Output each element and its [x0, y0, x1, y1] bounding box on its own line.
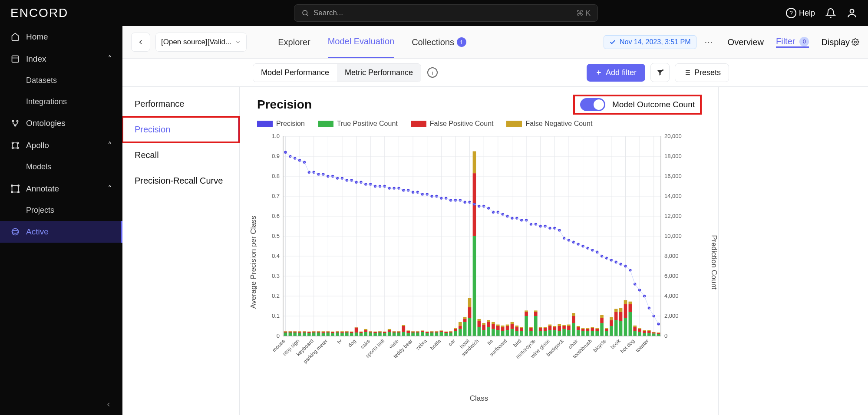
svg-rect-161 — [388, 330, 391, 332]
svg-rect-277 — [572, 323, 575, 336]
svg-rect-202 — [454, 331, 457, 336]
svg-rect-157 — [383, 333, 386, 336]
svg-rect-330 — [652, 332, 656, 333]
tab-display[interactable]: Display — [821, 37, 859, 47]
svg-text:4,000: 4,000 — [664, 293, 679, 299]
collections-badge: 1 — [457, 37, 466, 47]
svg-rect-167 — [397, 332, 401, 333]
sidebar-item-index[interactable]: Index ˄ — [0, 48, 122, 70]
svg-rect-331 — [657, 334, 660, 336]
svg-text:16,000: 16,000 — [664, 173, 682, 179]
model-outcome-count-toggle[interactable] — [580, 98, 605, 111]
chevron-up-icon: ˄ — [108, 184, 112, 194]
sidebar-item-integrations[interactable]: Integrations — [0, 91, 122, 112]
svg-rect-323 — [643, 331, 646, 333]
tab-overview[interactable]: Overview — [728, 37, 764, 47]
svg-rect-145 — [364, 332, 368, 336]
sidebar-item-datasets[interactable]: Datasets — [0, 70, 122, 91]
svg-text:0.1: 0.1 — [272, 313, 280, 319]
svg-rect-288 — [586, 328, 590, 329]
sidebar-item-ontologies[interactable]: Ontologies — [0, 112, 122, 134]
tab-explorer[interactable]: Explorer — [278, 26, 310, 58]
svg-rect-231 — [496, 325, 500, 326]
svg-rect-263 — [548, 326, 552, 330]
svg-rect-280 — [577, 330, 580, 336]
svg-rect-133 — [345, 333, 349, 336]
svg-rect-140 — [355, 327, 358, 333]
chevron-up-icon: ˄ — [108, 54, 112, 64]
sidebar-item-apollo[interactable]: Apollo ˄ — [0, 134, 122, 156]
seg-metric-performance[interactable]: Metric Performance — [337, 64, 421, 82]
seg-model-performance[interactable]: Model Performance — [253, 64, 337, 82]
svg-rect-278 — [572, 316, 575, 323]
back-button[interactable] — [131, 33, 150, 52]
svg-rect-139 — [355, 333, 358, 336]
metric-item-prcurve[interactable]: Precision-Recall Curve — [122, 168, 239, 194]
svg-rect-137 — [350, 332, 353, 333]
svg-rect-237 — [506, 325, 509, 326]
sidebar-item-home[interactable]: Home — [0, 26, 122, 48]
topbar: ENCORD Search... ⌘ K ? Help — [0, 0, 868, 26]
svg-rect-301 — [610, 326, 613, 336]
search-shortcut: ⌘ K — [576, 9, 591, 18]
svg-rect-316 — [633, 331, 637, 336]
y2-axis-label: Prediction Count — [710, 235, 718, 290]
svg-rect-241 — [515, 331, 519, 336]
check-icon — [609, 39, 616, 46]
tab-filter[interactable]: Filter 0 — [776, 36, 809, 48]
svg-rect-265 — [553, 330, 557, 336]
timestamp-chip[interactable]: Nov 14, 2023, 3:51 PM — [604, 35, 696, 49]
metric-item-recall[interactable]: Recall — [122, 142, 239, 168]
svg-rect-273 — [562, 325, 566, 326]
tab-collections[interactable]: Collections 1 — [412, 26, 466, 58]
project-selector[interactable]: [Open source][Valid... — [155, 33, 247, 52]
svg-rect-177 — [411, 331, 415, 332]
sidebar-item-active[interactable]: Active — [0, 221, 122, 243]
svg-point-10 — [12, 147, 13, 148]
svg-rect-113 — [312, 332, 316, 333]
svg-rect-154 — [378, 333, 382, 336]
sidebar-item-projects[interactable]: Projects — [0, 200, 122, 221]
add-filter-button[interactable]: Add filter — [587, 64, 645, 82]
model-outcome-count-label: Model Outcome Count — [612, 100, 695, 109]
user-icon[interactable] — [846, 7, 858, 19]
tab-model-evaluation[interactable]: Model Evaluation — [328, 26, 394, 58]
sidebar-item-annotate[interactable]: Annotate ˄ — [0, 178, 122, 200]
svg-rect-192 — [435, 331, 439, 332]
svg-rect-203 — [454, 329, 457, 331]
info-icon[interactable]: i — [427, 67, 438, 78]
svg-rect-307 — [619, 321, 623, 336]
bell-icon[interactable] — [825, 8, 836, 18]
sidebar-collapse-button[interactable] — [0, 394, 122, 415]
svg-rect-181 — [421, 332, 424, 336]
svg-rect-224 — [487, 322, 490, 327]
metric-item-precision[interactable]: Precision — [122, 117, 239, 142]
svg-rect-310 — [624, 318, 627, 336]
svg-text:0.4: 0.4 — [272, 253, 280, 259]
presets-button[interactable]: Presets — [675, 63, 729, 82]
metric-item-performance[interactable]: Performance — [122, 91, 239, 117]
svg-rect-99 — [289, 331, 292, 332]
more-menu[interactable]: ⋯ — [704, 37, 713, 47]
svg-point-17 — [11, 184, 13, 186]
svg-rect-193 — [440, 332, 443, 336]
svg-rect-292 — [595, 331, 599, 336]
svg-rect-281 — [577, 327, 580, 330]
svg-text:0.2: 0.2 — [272, 293, 280, 299]
svg-text:0.6: 0.6 — [272, 213, 280, 219]
clear-filter-button[interactable] — [650, 63, 670, 82]
svg-rect-124 — [331, 333, 334, 336]
svg-point-5 — [12, 120, 13, 122]
ontologies-icon — [10, 119, 20, 128]
svg-rect-269 — [558, 326, 561, 331]
svg-rect-252 — [529, 327, 533, 328]
svg-text:bottle: bottle — [429, 338, 442, 351]
sidebar-item-models[interactable]: Models — [0, 156, 122, 178]
svg-rect-164 — [393, 332, 396, 333]
help-link[interactable]: ? Help — [786, 8, 815, 18]
subheader: [Open source][Valid... Explorer Model Ev… — [122, 26, 868, 59]
search-input[interactable]: Search... ⌘ K — [294, 4, 598, 22]
svg-rect-106 — [303, 333, 306, 336]
svg-rect-196 — [444, 333, 448, 336]
svg-rect-155 — [378, 332, 382, 333]
